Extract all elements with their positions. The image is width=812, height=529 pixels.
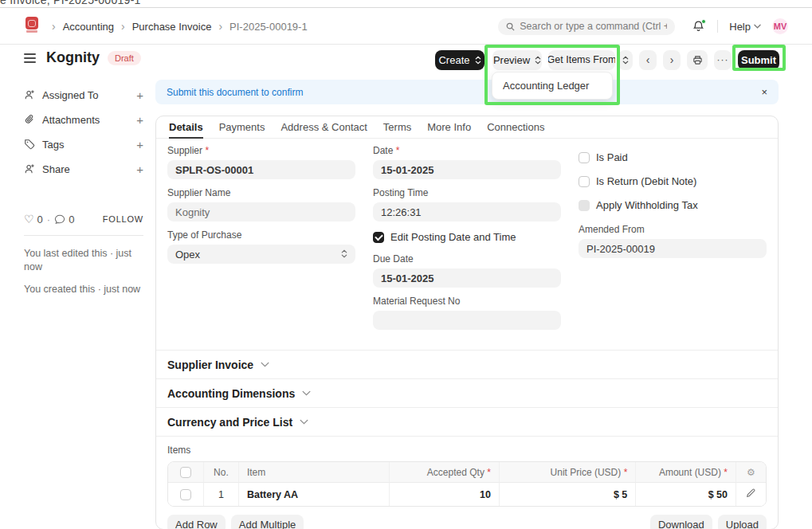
form-card: Details Payments Address & Contact Terms… xyxy=(155,116,779,529)
add-multiple-button[interactable]: Add Multiple xyxy=(231,515,304,529)
tab-address-contact[interactable]: Address & Contact xyxy=(273,116,375,138)
chevron-down-icon xyxy=(300,419,308,425)
select-updown-icon xyxy=(341,249,347,261)
add-icon[interactable]: + xyxy=(136,163,143,175)
checkbox-icon[interactable] xyxy=(579,176,590,187)
close-icon[interactable]: × xyxy=(761,86,767,98)
material-request-no-input[interactable] xyxy=(373,311,561,330)
required-asterisk: * xyxy=(487,467,491,478)
section-label: Supplier Invoice xyxy=(167,359,253,371)
row-qty[interactable]: 10 xyxy=(389,483,499,506)
select-all-checkbox[interactable] xyxy=(180,467,191,478)
menu-item-accounting-ledger[interactable]: Accounting Ledger xyxy=(495,75,610,96)
breadcrumb-purchase-invoice[interactable]: Purchase Invoice xyxy=(132,21,212,33)
tab-connections[interactable]: Connections xyxy=(479,116,552,138)
create-button[interactable]: Create xyxy=(435,50,484,70)
tab-payments[interactable]: Payments xyxy=(211,116,273,138)
row-unit-price[interactable]: $ 5 xyxy=(499,483,635,506)
checkbox-icon[interactable] xyxy=(579,152,590,163)
supplier-input[interactable]: SPLR-OS-00001 xyxy=(167,160,355,179)
sidebar-item-attachments[interactable]: Attachments + xyxy=(24,112,143,127)
previous-document-button[interactable]: ‹ xyxy=(639,50,657,70)
user-avatar[interactable]: MV xyxy=(772,18,788,34)
tab-terms[interactable]: Terms xyxy=(375,116,419,138)
add-row-button[interactable]: Add Row xyxy=(167,515,226,529)
sidebar-item-label: Share xyxy=(42,163,70,175)
add-icon[interactable]: + xyxy=(136,114,143,126)
field-supplier-name: Supplier Name Kognity xyxy=(167,187,355,221)
date-input[interactable]: 15-01-2025 xyxy=(373,160,561,179)
preview-button[interactable]: Preview xyxy=(492,50,542,70)
row-amount[interactable]: $ 50 xyxy=(635,483,736,506)
checkbox-checked-icon[interactable] xyxy=(373,232,384,243)
submit-alert-banner: Submit this document to confirm × xyxy=(155,80,779,104)
add-icon[interactable]: + xyxy=(136,89,143,101)
help-menu[interactable]: Help xyxy=(729,21,761,33)
sidebar-item-tags[interactable]: Tags + xyxy=(24,137,143,151)
section-accounting-dimensions[interactable]: Accounting Dimensions xyxy=(156,378,778,407)
amended-from-input[interactable]: PI-2025-00019 xyxy=(579,239,767,258)
get-items-from-caret-button[interactable] xyxy=(618,50,633,70)
sidebar-divider xyxy=(24,235,143,236)
app-logo[interactable] xyxy=(24,17,40,36)
preview-label: Preview xyxy=(493,54,530,66)
is-paid-checkbox-row[interactable]: Is Paid xyxy=(579,151,767,163)
main-content: Submit this document to confirm × Detail… xyxy=(155,80,779,529)
submit-button[interactable]: Submit xyxy=(738,50,779,70)
section-supplier-invoice[interactable]: Supplier Invoice xyxy=(156,350,778,378)
assign-user-icon xyxy=(24,89,35,100)
browser-title-text: e Invoice, PI-2025-00019-1 xyxy=(0,0,812,6)
sidebar-item-label: Tags xyxy=(42,139,64,151)
section-currency-price-list[interactable]: Currency and Price List xyxy=(156,407,778,436)
field-material-request-no: Material Request No xyxy=(373,296,561,330)
comments-count: 0 xyxy=(69,214,74,225)
sidebar-item-assigned-to[interactable]: Assigned To + xyxy=(24,88,143,102)
chevron-updown-icon xyxy=(475,56,481,65)
help-label: Help xyxy=(729,21,751,33)
sidebar-item-share[interactable]: Share + xyxy=(24,162,143,176)
tab-details[interactable]: Details xyxy=(161,116,211,138)
field-date: Date * 15-01-2025 xyxy=(373,145,561,179)
next-document-button[interactable]: › xyxy=(663,50,681,70)
logo-icon xyxy=(25,17,38,29)
posting-time-input[interactable]: 12:26:31 xyxy=(373,202,561,221)
get-items-from-label: Get Items From xyxy=(548,54,615,65)
required-asterisk: * xyxy=(724,467,728,478)
comment-icon[interactable] xyxy=(54,214,65,225)
breadcrumb-accounting[interactable]: Accounting xyxy=(63,21,114,33)
follow-button[interactable]: FOLLOW xyxy=(103,214,143,224)
field-amended-from: Amended From PI-2025-00019 xyxy=(579,224,767,258)
gear-icon[interactable]: ⚙ xyxy=(747,467,755,478)
type-of-purchase-select[interactable]: Opex xyxy=(167,245,355,264)
supplier-name-input[interactable]: Kognity xyxy=(167,202,355,221)
printer-icon xyxy=(692,55,703,65)
heart-icon[interactable]: ♡ xyxy=(24,213,34,225)
print-button[interactable] xyxy=(687,50,708,70)
field-label: Supplier xyxy=(167,145,202,156)
field-label: Due Date xyxy=(373,253,561,264)
edit-pencil-icon[interactable] xyxy=(746,488,755,498)
chevron-left-icon: ‹ xyxy=(646,53,650,66)
edit-posting-checkbox-row[interactable]: Edit Posting Date and Time xyxy=(373,231,561,243)
row-checkbox[interactable] xyxy=(180,489,191,500)
download-button[interactable]: Download xyxy=(650,515,712,529)
global-search[interactable] xyxy=(498,18,675,35)
sidebar-item-label: Assigned To xyxy=(42,89,99,101)
add-icon[interactable]: + xyxy=(136,139,143,151)
notifications-button[interactable] xyxy=(692,20,704,33)
row-item[interactable]: Battery AA xyxy=(238,483,389,506)
col-header-no: No. xyxy=(203,462,238,483)
get-items-from-button[interactable]: Get Items From xyxy=(548,50,615,70)
upload-button[interactable]: Upload xyxy=(718,515,767,529)
chevron-down-icon xyxy=(261,362,269,367)
sidebar-toggle-icon[interactable] xyxy=(24,53,36,63)
search-input[interactable] xyxy=(520,21,667,32)
notification-dot xyxy=(701,19,706,24)
due-date-input[interactable]: 15-01-2025 xyxy=(373,268,561,288)
share-user-icon xyxy=(24,163,35,174)
is-return-checkbox-row[interactable]: Is Return (Debit Note) xyxy=(579,175,767,187)
chevron-right-icon: › xyxy=(218,20,222,33)
more-actions-button[interactable]: ··· xyxy=(714,50,732,70)
tab-more-info[interactable]: More Info xyxy=(419,116,479,138)
status-badge: Draft xyxy=(108,51,141,65)
